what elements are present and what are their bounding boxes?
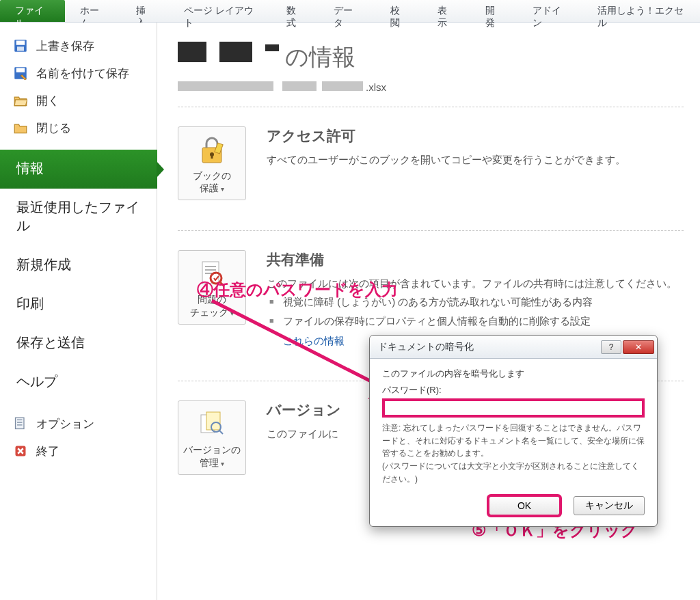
help-button[interactable]: ? bbox=[601, 340, 621, 354]
exit-icon bbox=[14, 444, 27, 458]
ribbon-tab-pagelayout[interactable]: ページ レイアウト bbox=[169, 0, 271, 22]
sidebar-item-label: オプション bbox=[36, 416, 94, 432]
dialog-title-text: ドキュメントの暗号化 bbox=[378, 341, 474, 353]
svg-rect-1 bbox=[16, 41, 25, 45]
backstage-sidebar: 上書き保存 名前を付けて保存 開く 閉じる 情報 最近使用したファイル 新規作成… bbox=[0, 23, 157, 600]
ribbon-tab-review[interactable]: 校閲 bbox=[375, 0, 423, 22]
sidebar-item-label: 閉じる bbox=[36, 120, 71, 136]
svg-rect-6 bbox=[17, 420, 23, 420]
svg-rect-5 bbox=[16, 418, 25, 428]
sidebar-item-recent[interactable]: 最近使用したファイル bbox=[0, 189, 157, 246]
svg-rect-2 bbox=[17, 46, 24, 51]
share-link[interactable]: これらの情報 bbox=[283, 335, 345, 346]
share-heading: 共有準備 bbox=[267, 250, 677, 269]
dialog-note: 注意: 忘れてしまったパスワードを回復することはできません。パスワードと、それに… bbox=[382, 422, 645, 485]
dropdown-icon: ▾ bbox=[221, 460, 224, 467]
svg-rect-15 bbox=[205, 266, 216, 267]
sidebar-item-help[interactable]: ヘルプ bbox=[0, 363, 157, 402]
dialog-subtitle: このファイルの内容を暗号化します bbox=[382, 367, 645, 381]
check-issues-button[interactable]: 問題のチェック ▾ bbox=[178, 250, 246, 324]
encrypt-dialog: ドキュメントの暗号化 ? ✕ このファイルの内容を暗号化します パスワード(R)… bbox=[369, 335, 658, 527]
sidebar-item-print[interactable]: 印刷 bbox=[0, 285, 157, 324]
ribbon-tab-home[interactable]: ホーム bbox=[65, 0, 121, 22]
manage-versions-button[interactable]: バージョンの管理 ▾ bbox=[178, 400, 246, 474]
close-button[interactable]: ✕ bbox=[623, 340, 654, 354]
sidebar-item-new[interactable]: 新規作成 bbox=[0, 246, 157, 285]
sidebar-item-options[interactable]: オプション bbox=[0, 410, 157, 437]
version-text: このファイルに bbox=[267, 425, 341, 443]
svg-rect-7 bbox=[17, 422, 23, 423]
ribbon-tab-view[interactable]: 表示 bbox=[422, 0, 470, 22]
file-path: .xlsx bbox=[178, 76, 684, 107]
svg-rect-12 bbox=[211, 154, 213, 159]
dropdown-icon: ▾ bbox=[221, 185, 224, 193]
version-heading: バージョン bbox=[267, 400, 341, 420]
password-input[interactable] bbox=[382, 398, 645, 418]
ok-button[interactable]: OK bbox=[489, 496, 560, 515]
ribbon-tab-insert[interactable]: 挿入 bbox=[121, 0, 169, 22]
sidebar-item-label: 印刷 bbox=[16, 295, 44, 313]
sidebar-item-label: ヘルプ bbox=[16, 372, 57, 391]
sidebar-item-label: 終了 bbox=[36, 444, 59, 459]
share-text: このファイルには次の項目が含まれています。ファイルの共有時には注意してください。 bbox=[267, 275, 677, 292]
sidebar-item-label: 新規作成 bbox=[16, 256, 71, 274]
folder-close-icon bbox=[14, 121, 27, 135]
cancel-button[interactable]: キャンセル bbox=[574, 496, 645, 515]
sidebar-item-label: 開く bbox=[36, 93, 59, 109]
protect-workbook-button[interactable]: ブックの保護 ▾ bbox=[178, 126, 246, 200]
svg-rect-20 bbox=[206, 412, 220, 430]
svg-rect-16 bbox=[205, 269, 216, 271]
svg-rect-8 bbox=[17, 424, 23, 425]
sidebar-item-info[interactable]: 情報 bbox=[0, 150, 157, 189]
sidebar-item-open[interactable]: 開く bbox=[0, 87, 157, 114]
sidebar-item-label: 最近使用したファイル bbox=[16, 198, 140, 235]
sidebar-item-close[interactable]: 閉じる bbox=[0, 114, 157, 141]
sidebar-item-save[interactable]: 上書き保存 bbox=[0, 32, 157, 59]
permission-text: すべてのユーザーがこのブックを開いてコピーや変更を行うことができます。 bbox=[267, 151, 625, 169]
ribbon-tab-formula[interactable]: 数式 bbox=[271, 0, 319, 22]
folder-open-icon bbox=[14, 94, 27, 107]
sidebar-item-label: 保存と送信 bbox=[16, 333, 85, 352]
sidebar-item-saveas[interactable]: 名前を付けて保存 bbox=[0, 59, 157, 87]
ribbon-tab-addin[interactable]: アドイン bbox=[517, 0, 582, 22]
permission-heading: アクセス許可 bbox=[267, 126, 625, 146]
sidebar-item-exit[interactable]: 終了 bbox=[0, 437, 157, 465]
save-icon bbox=[14, 39, 27, 53]
sidebar-item-label: 情報 bbox=[16, 159, 44, 178]
ribbon-tab-custom[interactable]: 活用しよう！エクセル bbox=[582, 0, 700, 22]
sidebar-item-label: 上書き保存 bbox=[36, 38, 94, 54]
versions-icon bbox=[196, 408, 228, 441]
svg-rect-4 bbox=[16, 68, 25, 72]
section-permission: ブックの保護 ▾ アクセス許可 すべてのユーザーがこのブックを開いてコピーや変更… bbox=[178, 126, 684, 200]
sidebar-item-label: 名前を付けて保存 bbox=[36, 66, 129, 81]
file-ext: .xlsx bbox=[366, 81, 386, 93]
title-suffix: の情報 bbox=[285, 44, 355, 70]
dialog-titlebar[interactable]: ドキュメントの暗号化 ? ✕ bbox=[370, 336, 657, 359]
dropdown-icon: ▾ bbox=[230, 310, 234, 317]
share-bullet-1: 視覚に障碍 (しょうがい) のある方が読み取れない可能性がある内容 bbox=[283, 292, 677, 312]
lock-icon bbox=[196, 134, 228, 167]
ribbon-tabs: ファイル ホーム 挿入 ページ レイアウト 数式 データ 校閲 表示 開発 アド… bbox=[0, 0, 700, 23]
save-as-icon bbox=[14, 66, 27, 80]
options-icon bbox=[14, 417, 27, 431]
inspect-icon bbox=[196, 258, 228, 290]
ribbon-tab-dev[interactable]: 開発 bbox=[470, 0, 518, 22]
sidebar-item-saveandsend[interactable]: 保存と送信 bbox=[0, 324, 157, 363]
ribbon-tab-data[interactable]: データ bbox=[319, 0, 375, 22]
page-title: の情報 bbox=[178, 42, 684, 73]
password-label: パスワード(R): bbox=[382, 383, 645, 397]
ribbon-tab-file[interactable]: ファイル bbox=[0, 0, 65, 22]
